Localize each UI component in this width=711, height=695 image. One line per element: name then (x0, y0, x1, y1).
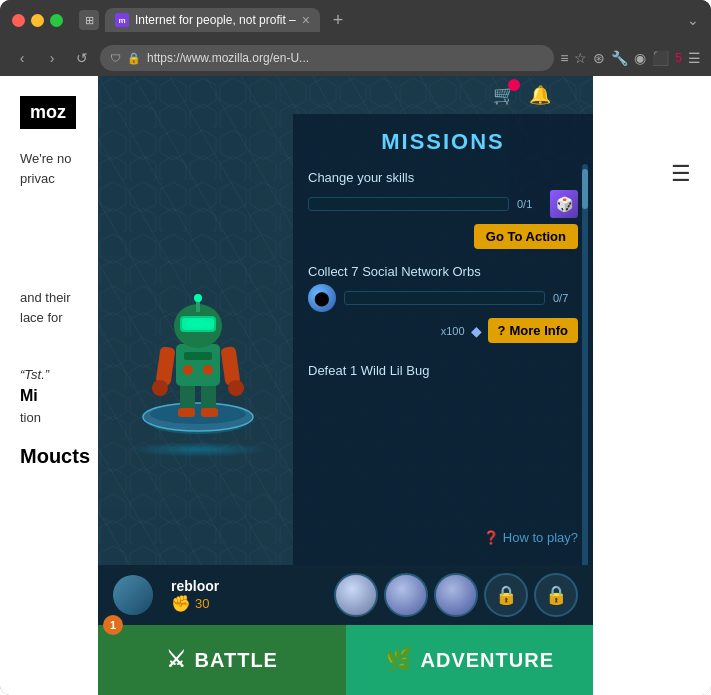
svg-point-17 (228, 380, 244, 396)
adventure-label: ADVENTURE (421, 649, 554, 672)
avatar-image (113, 575, 153, 615)
tools-icon[interactable]: 🔧 (611, 50, 628, 66)
action-slot-2[interactable] (384, 573, 428, 617)
svg-rect-9 (201, 408, 218, 417)
hamburger-menu-icon[interactable]: ☰ (671, 161, 691, 187)
toolbar-icons: ≡ ☆ ⊛ 🔧 ◉ ⬛ 5 ☰ (560, 50, 701, 66)
action-slot-1[interactable] (334, 573, 378, 617)
mission-item-2: Collect 7 Social Network Orbs ⬤ 0/7 x100… (308, 264, 578, 343)
refresh-button[interactable]: ↺ (70, 46, 94, 70)
missions-panel: MISSIONS Change your skills 0/1 🎲 Go To … (293, 114, 593, 625)
user-avatar (113, 575, 153, 615)
mission-3-label: Defeat 1 Wild Lil Bug (308, 358, 578, 378)
game-overlay: ◆ 50 ♦ 0 🛡 ◎ 👤 📊 ⚙ 🛒 (98, 76, 593, 695)
back-button[interactable]: ‹ (10, 46, 34, 70)
lock-icon: 🛡 (110, 52, 121, 64)
menu-icon[interactable]: ☰ (688, 50, 701, 66)
action-slot-locked-2: 🔒 (534, 573, 578, 617)
go-to-action-button[interactable]: Go To Action (474, 224, 578, 249)
mission-2-row: ⬤ 0/7 (308, 284, 578, 312)
bookmark-icon[interactable]: ☆ (574, 50, 587, 66)
mission-1-progress-text: 0/1 (517, 198, 542, 210)
reader-view-icon[interactable]: ≡ (560, 50, 568, 66)
adventure-icon: 🌿 (385, 647, 413, 673)
tab-bar: ⊞ m Internet for people, not profit – × … (79, 8, 699, 32)
robot-svg (138, 282, 258, 442)
svg-rect-7 (201, 382, 216, 412)
account-icon[interactable]: ◉ (634, 50, 646, 66)
question-icon: ? (498, 323, 506, 338)
url-bar[interactable]: 🛡 🔒 https://www.mozilla.org/en-U... (100, 45, 554, 71)
svg-rect-8 (178, 408, 195, 417)
user-name-label: rebloor (171, 578, 219, 594)
cart-icon[interactable]: 🛒 (493, 84, 515, 106)
extensions-icon[interactable]: ⬛ (652, 50, 669, 66)
power-amount: 30 (195, 596, 209, 611)
battle-icon: ⚔ (166, 647, 187, 673)
url-text: https://www.mozilla.org/en-U... (147, 51, 544, 65)
help-circle-icon: ❓ (483, 530, 499, 545)
browser-frame: ⊞ m Internet for people, not profit – × … (0, 0, 711, 695)
svg-rect-15 (220, 346, 240, 386)
character-area (98, 114, 298, 625)
svg-rect-11 (184, 352, 212, 360)
mission-2-progress-bar (344, 291, 545, 305)
tab-title: Internet for people, not profit – (135, 13, 296, 27)
mission-item-1: Change your skills 0/1 🎲 Go To Action (308, 170, 578, 249)
mission-2-label: Collect 7 Social Network Orbs (308, 264, 578, 279)
sidebar-toggle[interactable]: ⊞ (79, 10, 99, 30)
user-power-display: ✊ 30 (171, 594, 219, 613)
pocket-icon[interactable]: ⊛ (593, 50, 605, 66)
user-bar: 1 rebloor ✊ 30 🔒 🔒 (98, 565, 593, 625)
more-info-button[interactable]: ? More Info (488, 318, 578, 343)
user-level-badge: 1 (103, 615, 123, 635)
mission-2-icon: ⬤ (308, 284, 336, 312)
action-slot-locked-1: 🔒 (484, 573, 528, 617)
mission-1-row: 0/1 🎲 (308, 190, 578, 218)
adventure-button[interactable]: 🌿 ADVENTURE (346, 625, 594, 695)
svg-point-12 (183, 365, 193, 375)
addon-badge-icon[interactable]: 5 (675, 51, 682, 65)
avatar-container: 1 (113, 575, 153, 615)
mission-1-label: Change your skills (308, 170, 578, 185)
maximize-button[interactable] (50, 14, 63, 27)
scroll-thumb[interactable] (582, 169, 588, 209)
close-button[interactable] (12, 14, 25, 27)
mission-1-progress-bar (308, 197, 509, 211)
fist-icon: ✊ (171, 594, 191, 613)
how-to-play-link[interactable]: ❓ How to play? (483, 530, 578, 545)
battle-label: BATTLE (195, 649, 278, 672)
scroll-bar[interactable] (582, 164, 588, 595)
how-to-play-label: How to play? (503, 530, 578, 545)
svg-point-24 (194, 294, 202, 302)
tab-favicon: m (115, 13, 129, 27)
traffic-lights (12, 14, 63, 27)
tab-right-controls: ⌄ (687, 12, 699, 28)
title-bar: ⊞ m Internet for people, not profit – × … (0, 0, 711, 40)
svg-point-16 (152, 380, 168, 396)
browser-content: moz We're no privac ☰ and their lace for… (0, 76, 711, 695)
svg-point-5 (150, 404, 246, 424)
mozilla-logo: moz (20, 96, 76, 129)
action-bar: ⚔ BATTLE 🌿 ADVENTURE (98, 625, 593, 695)
new-tab-button[interactable]: + (326, 8, 350, 32)
lock-secure-icon: 🔒 (127, 52, 141, 65)
svg-rect-14 (155, 346, 175, 386)
tab-close-button[interactable]: × (302, 12, 310, 28)
minimize-button[interactable] (31, 14, 44, 27)
character-figure (128, 282, 268, 457)
forward-button[interactable]: › (40, 46, 64, 70)
active-tab[interactable]: m Internet for people, not profit – × (105, 8, 320, 32)
battle-button[interactable]: ⚔ BATTLE (98, 625, 346, 695)
eth-reward-icon: ◆ (471, 323, 482, 339)
svg-rect-6 (180, 382, 195, 412)
mission-1-icon: 🎲 (550, 190, 578, 218)
missions-title: MISSIONS (308, 129, 578, 155)
multiplier-label: x100 (441, 325, 465, 337)
tab-list-chevron-icon[interactable]: ⌄ (687, 12, 699, 28)
action-slots: 🔒 🔒 (334, 573, 578, 617)
user-info: rebloor ✊ 30 (171, 578, 219, 613)
mission-item-3: Defeat 1 Wild Lil Bug (308, 358, 578, 378)
action-slot-3[interactable] (434, 573, 478, 617)
bell-icon[interactable]: 🔔 (529, 84, 551, 106)
